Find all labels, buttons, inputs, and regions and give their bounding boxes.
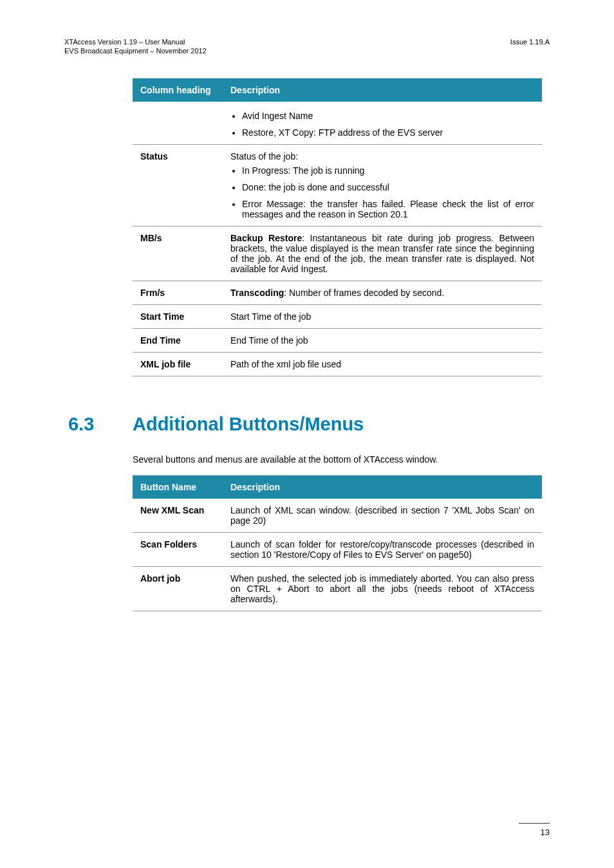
row-desc: Start Time of the job <box>223 304 542 328</box>
table-row: XML job file Path of the xml job file us… <box>133 352 542 376</box>
page-content: Column heading Description Avid Ingest N… <box>133 78 550 611</box>
row-desc: Status of the job: In Progress: The job … <box>223 144 542 226</box>
list-item: Avid Ingest Name <box>242 111 534 121</box>
table-row: MB/s Backup Restore: Instantaneous bit r… <box>133 226 542 281</box>
row-desc: End Time of the job <box>223 328 542 352</box>
row-label: Abort job <box>133 566 223 611</box>
header-left: XTAccess Version 1.19 – User Manual EVS … <box>64 37 207 56</box>
list-item: Error Message: the transfer has failed. … <box>242 199 534 219</box>
table-row: End Time End Time of the job <box>133 328 542 352</box>
desc-body: : Number of frames decoded by second. <box>284 288 444 298</box>
section-intro: Several buttons and menus are available … <box>133 454 550 465</box>
doc-title: XTAccess Version 1.19 – User Manual <box>64 37 207 46</box>
table-row: Scan Folders Launch of scan folder for r… <box>133 532 542 566</box>
row-label: Frm/s <box>133 281 223 304</box>
row-desc: Launch of scan folder for restore/copy/t… <box>223 532 542 566</box>
table-row: Frm/s Transcoding: Number of frames deco… <box>133 281 542 304</box>
page-footer: 13 <box>519 823 550 837</box>
button-description-table: Button Name Description New XML Scan Lau… <box>133 475 542 611</box>
row-desc: Backup Restore: Instantaneous bit rate d… <box>223 226 542 281</box>
table-header-row: Column heading Description <box>133 78 542 102</box>
page-number: 13 <box>541 827 550 837</box>
row-label: End Time <box>133 328 223 352</box>
table-row: New XML Scan Launch of XML scan window. … <box>133 499 542 533</box>
row-desc: Path of the xml job file used <box>223 352 542 376</box>
row-label: XML job file <box>133 352 223 376</box>
column-description-table: Column heading Description Avid Ingest N… <box>133 78 542 376</box>
row-desc: Avid Ingest Name Restore, XT Copy: FTP a… <box>223 102 542 145</box>
list-item: In Progress: The job is running <box>242 165 534 176</box>
row-label: Scan Folders <box>133 532 223 566</box>
section-heading: 6.3 Additional Buttons/Menus <box>64 414 550 435</box>
table-header-col1: Button Name <box>133 475 223 499</box>
list-item: Done: the job is done and successful <box>242 182 534 192</box>
header-right: Issue 1.19.A <box>510 37 550 56</box>
table-header-col2: Description <box>223 78 542 102</box>
desc-prefix: Transcoding <box>230 288 284 298</box>
doc-subtitle: EVS Broadcast Equipment – November 2012 <box>64 46 207 55</box>
page-header: XTAccess Version 1.19 – User Manual EVS … <box>64 37 550 56</box>
table-header-row: Button Name Description <box>133 475 542 499</box>
row-label <box>133 102 223 145</box>
row-desc: When pushed, the selected job is immedia… <box>223 566 542 611</box>
section-number: 6.3 <box>64 414 133 435</box>
table-row: Avid Ingest Name Restore, XT Copy: FTP a… <box>133 102 542 145</box>
row-label: New XML Scan <box>133 499 223 533</box>
doc-issue: Issue 1.19.A <box>510 37 550 46</box>
table-header-col1: Column heading <box>133 78 223 102</box>
section-title: Additional Buttons/Menus <box>133 414 364 435</box>
row-label: Status <box>133 144 223 226</box>
table-row: Start Time Start Time of the job <box>133 304 542 328</box>
row-label: Start Time <box>133 304 223 328</box>
table-row: Status Status of the job: In Progress: T… <box>133 144 542 226</box>
row-label: MB/s <box>133 226 223 281</box>
list-item: Restore, XT Copy: FTP address of the EVS… <box>242 127 534 138</box>
status-intro: Status of the job: <box>230 151 534 162</box>
table-header-col2: Description <box>223 475 542 499</box>
row-desc: Transcoding: Number of frames decoded by… <box>223 281 542 304</box>
row-desc: Launch of XML scan window. (described in… <box>223 499 542 533</box>
table-row: Abort job When pushed, the selected job … <box>133 566 542 611</box>
desc-prefix: Backup Restore <box>230 233 302 243</box>
